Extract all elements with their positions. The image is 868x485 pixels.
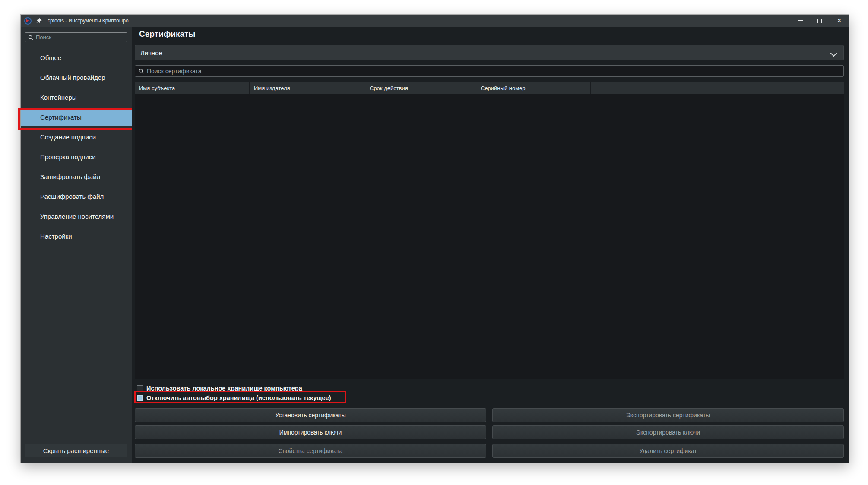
- store-select-value: Личное: [140, 49, 162, 57]
- certificates-table-header: Имя субъекта Имя издателя Срок действия …: [135, 82, 844, 94]
- minimize-button[interactable]: [791, 15, 810, 27]
- sidebar-item-manage-media[interactable]: Управление носителями: [21, 206, 132, 226]
- app-window: cptools - Инструменты КриптоПро × Поиск …: [21, 15, 849, 463]
- certificate-store-select[interactable]: Личное: [135, 45, 844, 60]
- export-certificates-button[interactable]: Экспортировать сертификаты: [492, 408, 844, 422]
- sidebar-search-placeholder: Поиск: [36, 34, 51, 41]
- certificate-properties-button[interactable]: Свойства сертификата: [135, 444, 486, 458]
- sidebar: Поиск Общее Облачный провайдер Контейнер…: [21, 27, 132, 463]
- column-header-empty: [591, 82, 844, 94]
- sidebar-item-label: Создание подписи: [40, 133, 96, 141]
- sidebar-item-decrypt-file[interactable]: Расшифровать файл: [21, 186, 132, 206]
- hide-advanced-label: Скрыть расширенные: [43, 447, 109, 454]
- titlebar: cptools - Инструменты КриптоПро ×: [21, 15, 849, 27]
- export-keys-button[interactable]: Экспортировать ключи: [492, 425, 844, 439]
- use-local-machine-store-checkbox-row[interactable]: Использовать локальное хранилище компьют…: [137, 384, 302, 393]
- use-local-machine-store-checkbox[interactable]: [137, 385, 143, 392]
- sidebar-item-verify-signature[interactable]: Проверка подписи: [21, 147, 132, 167]
- certificates-table-body[interactable]: [135, 94, 844, 379]
- screenshot-canvas: cptools - Инструменты КриптоПро × Поиск …: [0, 0, 868, 485]
- close-button[interactable]: ×: [830, 15, 849, 27]
- sidebar-item-settings[interactable]: Настройки: [21, 226, 132, 246]
- pushpin-icon: [36, 18, 42, 24]
- sidebar-item-label: Зашифровать файл: [40, 173, 100, 180]
- sidebar-item-general[interactable]: Общее: [21, 47, 132, 67]
- sidebar-item-label: Проверка подписи: [40, 153, 96, 161]
- restore-icon: [817, 19, 822, 23]
- minimize-icon: [798, 20, 803, 21]
- sidebar-item-cloud-provider[interactable]: Облачный провайдер: [21, 67, 132, 87]
- search-icon: [139, 69, 144, 74]
- chevron-down-icon: [830, 50, 837, 57]
- button-row-1: Установить сертификаты Экспортировать се…: [135, 408, 844, 422]
- sidebar-item-containers[interactable]: Контейнеры: [21, 87, 132, 107]
- certificate-search-placeholder: Поиск сертификата: [147, 68, 201, 75]
- restore-button[interactable]: [810, 15, 830, 27]
- sidebar-item-label: Настройки: [40, 233, 72, 240]
- sidebar-item-label: Облачный провайдер: [40, 74, 105, 81]
- search-icon: [28, 35, 33, 40]
- checkbox-label: Использовать локальное хранилище компьют…: [146, 385, 302, 392]
- window-body: Поиск Общее Облачный провайдер Контейнер…: [21, 27, 849, 463]
- import-keys-button[interactable]: Импортировать ключи: [135, 425, 486, 439]
- install-certificates-button[interactable]: Установить сертификаты: [135, 408, 486, 422]
- sidebar-item-label: Общее: [40, 54, 61, 61]
- sidebar-item-label: Расшифровать файл: [40, 193, 104, 200]
- sidebar-menu: Общее Облачный провайдер Контейнеры Серт…: [21, 47, 132, 246]
- sidebar-item-label: Сертификаты: [40, 113, 82, 121]
- sidebar-item-encrypt-file[interactable]: Зашифровать файл: [21, 167, 132, 186]
- column-header-serial-number[interactable]: Серийный номер: [476, 82, 591, 94]
- disable-store-autoselect-checkbox[interactable]: [137, 395, 143, 401]
- button-row-2: Импортировать ключи Экспортировать ключи: [135, 425, 844, 439]
- window-controls: ×: [791, 15, 849, 27]
- cryptopro-logo-icon: [24, 17, 32, 25]
- column-header-subject-name[interactable]: Имя субъекта: [135, 82, 250, 94]
- sidebar-item-label: Управление носителями: [40, 213, 114, 220]
- checkbox-label: Отключить автовыбор хранилища (использов…: [146, 394, 331, 401]
- sidebar-item-create-signature[interactable]: Создание подписи: [21, 127, 132, 147]
- main-panel: Сертификаты Личное Поиск сертификата Имя…: [132, 27, 849, 463]
- button-row-3: Свойства сертификата Удалить сертификат: [135, 444, 844, 458]
- hide-advanced-button[interactable]: Скрыть расширенные: [25, 444, 127, 457]
- sidebar-item-certificates[interactable]: Сертификаты: [21, 108, 132, 126]
- window-title: cptools - Инструменты КриптоПро: [48, 18, 129, 24]
- sidebar-item-label: Контейнеры: [40, 94, 77, 101]
- certificate-search-input[interactable]: Поиск сертификата: [135, 65, 844, 77]
- page-title: Сертификаты: [139, 29, 196, 39]
- delete-certificate-button[interactable]: Удалить сертификат: [492, 444, 844, 458]
- disable-store-autoselect-checkbox-row[interactable]: Отключить автовыбор хранилища (использов…: [137, 394, 331, 402]
- close-icon: ×: [837, 17, 842, 24]
- column-header-validity-period[interactable]: Срок действия: [365, 82, 476, 94]
- sidebar-search-input[interactable]: Поиск: [25, 32, 127, 42]
- column-header-issuer-name[interactable]: Имя издателя: [250, 82, 365, 94]
